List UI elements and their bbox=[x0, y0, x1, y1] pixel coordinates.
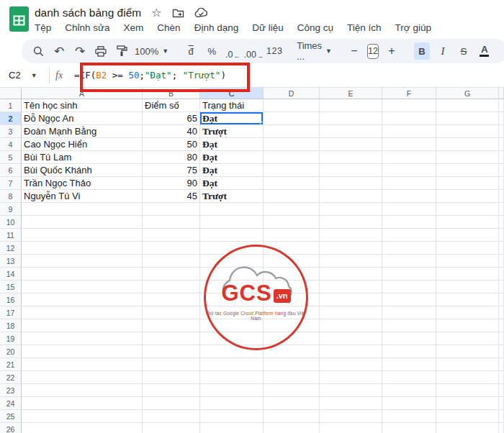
cell-B18[interactable] bbox=[143, 319, 200, 332]
cell-B14[interactable] bbox=[143, 268, 200, 281]
cell-G17[interactable] bbox=[436, 306, 499, 319]
cell-C8[interactable]: Trượt bbox=[200, 190, 264, 203]
cell-A12[interactable] bbox=[22, 242, 143, 255]
cell-partial[interactable] bbox=[499, 203, 504, 216]
cell-B22[interactable] bbox=[143, 371, 200, 384]
cell-A18[interactable] bbox=[22, 319, 143, 332]
cell-F23[interactable] bbox=[382, 384, 436, 397]
row-header-22[interactable]: 22 bbox=[0, 371, 22, 384]
cell-E24[interactable] bbox=[320, 397, 382, 410]
row-header-23[interactable]: 23 bbox=[0, 384, 22, 397]
cell-G6[interactable] bbox=[436, 164, 499, 177]
menu-tools[interactable]: Công cụ bbox=[297, 22, 333, 33]
cell-F10[interactable] bbox=[382, 216, 436, 229]
cell-partial[interactable] bbox=[499, 177, 504, 190]
cell-E21[interactable] bbox=[320, 358, 382, 371]
cell-partial[interactable] bbox=[499, 138, 504, 151]
cell-D10[interactable] bbox=[264, 216, 320, 229]
redo-icon[interactable]: ↷ bbox=[72, 42, 88, 60]
cell-D21[interactable] bbox=[264, 358, 320, 371]
cell-A15[interactable] bbox=[22, 281, 143, 293]
cell-B13[interactable] bbox=[143, 255, 200, 268]
cell-A17[interactable] bbox=[22, 306, 143, 319]
cell-F1[interactable] bbox=[382, 99, 436, 112]
font-family-control[interactable]: Times ... ▼ bbox=[297, 40, 332, 62]
strikethrough-button[interactable]: S bbox=[456, 42, 472, 60]
cell-G5[interactable] bbox=[436, 151, 499, 164]
cell-B23[interactable] bbox=[143, 384, 200, 397]
menu-extensions[interactable]: Tiện ích bbox=[347, 22, 382, 33]
cell-D9[interactable] bbox=[264, 203, 320, 216]
cell-F7[interactable] bbox=[382, 177, 436, 190]
cell-E17[interactable] bbox=[320, 306, 382, 319]
cell-A24[interactable] bbox=[22, 397, 143, 410]
cell-G20[interactable] bbox=[436, 345, 499, 358]
cell-F13[interactable] bbox=[382, 255, 436, 268]
column-header-E[interactable]: E bbox=[320, 88, 382, 99]
cell-partial[interactable] bbox=[499, 281, 504, 293]
cell-partial[interactable] bbox=[499, 397, 504, 410]
number-format-button[interactable]: 123 bbox=[266, 42, 282, 60]
cell-F9[interactable] bbox=[382, 203, 436, 216]
menu-edit[interactable]: Chỉnh sửa bbox=[65, 22, 109, 33]
column-header-D[interactable]: D bbox=[264, 88, 320, 99]
cell-D8[interactable] bbox=[264, 190, 320, 203]
cell-A5[interactable]: Bùi Tú Lam bbox=[22, 151, 143, 164]
cell-A7[interactable]: Trần Ngọc Thảo bbox=[22, 177, 143, 190]
cell-B16[interactable] bbox=[143, 293, 200, 306]
cell-F21[interactable] bbox=[382, 358, 436, 371]
zoom-control[interactable]: 100% ▼ bbox=[135, 46, 168, 57]
cell-E26[interactable] bbox=[320, 423, 382, 433]
menu-view[interactable]: Xem bbox=[124, 22, 144, 33]
cell-A4[interactable]: Cao Ngọc Hiển bbox=[22, 138, 143, 151]
cell-C10[interactable] bbox=[200, 216, 264, 229]
cell-C6[interactable]: Đạt bbox=[200, 164, 264, 177]
cell-C5[interactable]: Đạt bbox=[200, 151, 264, 164]
cell-B10[interactable] bbox=[143, 216, 200, 229]
cell-D6[interactable] bbox=[264, 164, 320, 177]
cell-A14[interactable] bbox=[22, 268, 143, 281]
menu-format[interactable]: Định dạng bbox=[194, 22, 239, 33]
cell-C18[interactable] bbox=[200, 319, 264, 332]
cell-B21[interactable] bbox=[143, 358, 200, 371]
cell-E4[interactable] bbox=[320, 138, 382, 151]
row-header-24[interactable]: 24 bbox=[0, 397, 22, 410]
cell-A21[interactable] bbox=[22, 358, 143, 371]
menu-file[interactable]: Tệp bbox=[35, 22, 51, 33]
row-header-1[interactable]: 1 bbox=[0, 99, 22, 112]
cell-C25[interactable] bbox=[200, 410, 264, 423]
cell-A25[interactable] bbox=[22, 410, 143, 423]
row-header-21[interactable]: 21 bbox=[0, 358, 22, 371]
row-header-16[interactable]: 16 bbox=[0, 293, 22, 306]
column-header-B[interactable]: B bbox=[143, 88, 200, 99]
menu-data[interactable]: Dữ liệu bbox=[252, 22, 284, 33]
column-header-G[interactable]: G bbox=[436, 88, 499, 99]
currency-format-button[interactable]: đ bbox=[183, 42, 199, 60]
paint-format-icon[interactable] bbox=[114, 42, 130, 60]
cell-partial[interactable] bbox=[499, 190, 504, 203]
column-header-F[interactable]: F bbox=[382, 88, 436, 99]
cell-E3[interactable] bbox=[320, 125, 382, 138]
cell-C13[interactable] bbox=[200, 255, 264, 268]
row-header-20[interactable]: 20 bbox=[0, 345, 22, 358]
cell-F4[interactable] bbox=[382, 138, 436, 151]
undo-icon[interactable]: ↶ bbox=[51, 42, 67, 60]
cell-E5[interactable] bbox=[320, 151, 382, 164]
column-header-partial[interactable] bbox=[499, 88, 504, 99]
cell-D15[interactable] bbox=[264, 281, 320, 293]
cell-G3[interactable] bbox=[436, 125, 499, 138]
cell-D14[interactable] bbox=[264, 268, 320, 281]
cell-F18[interactable] bbox=[382, 319, 436, 332]
cell-E20[interactable] bbox=[320, 345, 382, 358]
cell-C2[interactable]: Đạt bbox=[200, 112, 264, 125]
cell-G12[interactable] bbox=[436, 242, 499, 255]
row-header-8[interactable]: 8 bbox=[0, 190, 22, 203]
cell-D19[interactable] bbox=[264, 332, 320, 345]
cell-B25[interactable] bbox=[143, 410, 200, 423]
cell-partial[interactable] bbox=[499, 293, 504, 306]
cell-partial[interactable] bbox=[499, 306, 504, 319]
column-header-A[interactable]: A bbox=[22, 88, 143, 99]
cell-A16[interactable] bbox=[22, 293, 143, 306]
row-header-13[interactable]: 13 bbox=[0, 255, 22, 268]
cell-G15[interactable] bbox=[436, 281, 499, 293]
